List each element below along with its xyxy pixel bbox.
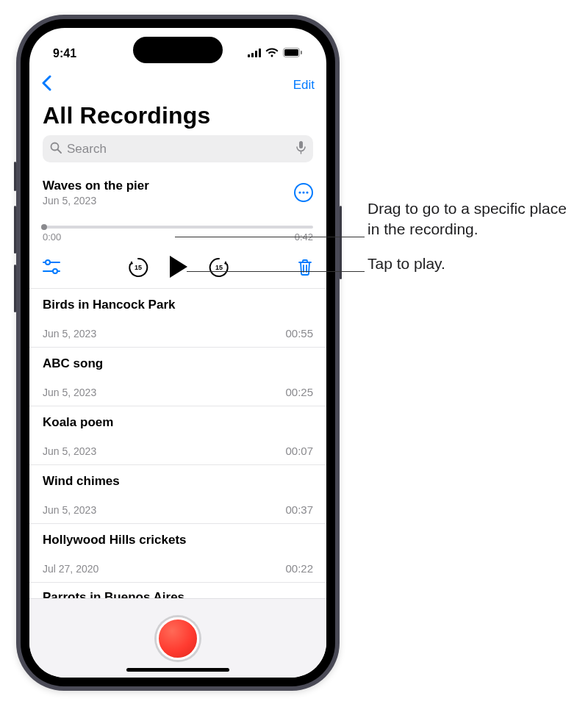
page-title: All Recordings: [29, 99, 326, 135]
record-button[interactable]: [157, 617, 199, 660]
recording-title: ABC song: [43, 356, 313, 371]
callout-scrubber: Drag to go to a specific place in the re…: [368, 198, 573, 240]
dynamic-island: [133, 37, 223, 63]
phone-power-button: [340, 206, 342, 279]
playback-scrubber[interactable]: [43, 226, 313, 229]
recording-title: Koala poem: [43, 415, 313, 430]
svg-line-8: [58, 149, 62, 153]
recording-item-partial[interactable]: Parrots in Buenos Aires: [29, 583, 326, 598]
cellular-icon: [248, 47, 261, 60]
svg-rect-0: [248, 54, 250, 57]
svg-point-17: [53, 269, 57, 273]
recording-title: Wind chimes: [43, 474, 313, 489]
callout-play: Tap to play.: [368, 254, 445, 274]
recording-date: Jun 5, 2023: [43, 387, 96, 398]
svg-point-15: [46, 260, 50, 265]
phone-volume-up: [14, 206, 16, 254]
battery-icon: [283, 47, 303, 60]
phone-volume-down: [14, 265, 16, 312]
more-options-button[interactable]: [294, 183, 313, 202]
phone-mute-switch: [14, 162, 16, 191]
svg-rect-2: [255, 51, 257, 57]
recording-duration: 00:55: [285, 327, 313, 340]
recording-item[interactable]: ABC song Jun 5, 2023 00:25: [29, 348, 326, 406]
svg-point-12: [302, 191, 304, 193]
status-time: 9:41: [53, 47, 76, 60]
nav-bar: Edit: [29, 69, 326, 99]
wifi-icon: [265, 47, 279, 60]
search-field[interactable]: Search: [43, 135, 313, 162]
svg-rect-5: [284, 49, 298, 56]
recording-title: Waves on the pier: [43, 179, 149, 193]
recording-date: Jun 5, 2023: [43, 504, 96, 516]
recording-date: Jul 27, 2020: [43, 563, 98, 575]
recording-title: Birds in Hancock Park: [43, 298, 313, 312]
svg-rect-9: [299, 141, 303, 148]
skip-forward-seconds: 15: [208, 264, 230, 271]
recording-date: Jun 5, 2023: [43, 328, 96, 340]
recording-item[interactable]: Wind chimes Jun 5, 2023 00:37: [29, 465, 326, 524]
recording-title: Hollywood Hills crickets: [43, 533, 313, 547]
delete-button[interactable]: [297, 258, 313, 276]
recording-date: Jun 5, 2023: [43, 445, 96, 457]
recording-item[interactable]: Koala poem Jun 5, 2023 00:07: [29, 406, 326, 465]
recording-item[interactable]: Hollywood Hills crickets Jul 27, 2020 00…: [29, 524, 326, 583]
home-indicator[interactable]: [126, 668, 229, 672]
playback-settings-button[interactable]: [43, 259, 60, 274]
callout-line: [175, 237, 365, 237]
edit-button[interactable]: Edit: [293, 78, 315, 93]
scrubber-thumb[interactable]: [41, 224, 47, 230]
back-button[interactable]: [41, 73, 51, 96]
svg-rect-1: [251, 53, 254, 57]
svg-rect-6: [301, 51, 302, 54]
bottom-toolbar: [29, 598, 326, 678]
svg-point-13: [306, 191, 308, 193]
phone-frame: 9:41 Edit A: [16, 15, 340, 691]
recordings-list[interactable]: Waves on the pier Jun 5, 2023 0:00 −0:42: [29, 168, 326, 598]
recording-date: Jun 5, 2023: [43, 195, 149, 206]
recording-duration: 00:22: [285, 562, 313, 575]
svg-rect-3: [259, 49, 261, 57]
search-icon: [50, 142, 62, 157]
elapsed-time: 0:00: [43, 231, 61, 243]
svg-point-11: [298, 191, 301, 193]
recording-duration: 00:25: [285, 386, 313, 398]
search-placeholder: Search: [67, 142, 291, 157]
recording-duration: 00:37: [285, 503, 313, 516]
recording-duration: 00:07: [285, 445, 313, 457]
skip-forward-button[interactable]: 15: [208, 256, 230, 278]
dictation-icon[interactable]: [296, 141, 306, 157]
play-button[interactable]: [170, 256, 187, 278]
callout-line: [187, 271, 365, 272]
recording-item[interactable]: Birds in Hancock Park Jun 5, 2023 00:55: [29, 289, 326, 348]
skip-back-button[interactable]: 15: [127, 256, 149, 278]
skip-back-seconds: 15: [127, 264, 149, 271]
